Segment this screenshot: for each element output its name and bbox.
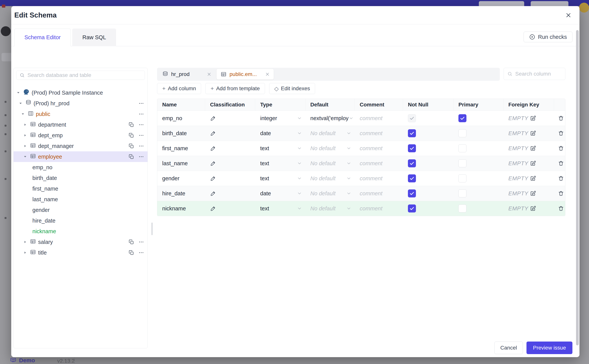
tree-column-first-name[interactable]: first_name — [13, 183, 147, 194]
more-options-icon[interactable] — [138, 239, 144, 245]
tree-column-last-name[interactable]: last_name — [13, 194, 147, 205]
tree-item-dept-emp[interactable]: dept_emp — [13, 130, 147, 141]
trash-icon[interactable] — [558, 160, 564, 166]
chevron-down-icon[interactable] — [21, 112, 25, 116]
cell-name[interactable]: emp_no — [157, 111, 205, 126]
cell-default[interactable]: No default — [305, 126, 355, 141]
not-null-checkbox[interactable] — [408, 159, 416, 167]
edit-square-icon[interactable] — [530, 115, 536, 121]
edit-square-icon[interactable] — [530, 160, 536, 166]
not-null-checkbox[interactable] — [408, 189, 416, 197]
primary-checkbox[interactable] — [458, 204, 466, 213]
copy-icon[interactable] — [128, 154, 134, 160]
cell-name[interactable]: hire_date — [157, 186, 205, 201]
cancel-button[interactable]: Cancel — [495, 342, 523, 354]
foreign-key-editor[interactable]: EMPTY — [508, 190, 536, 197]
not-null-checkbox[interactable] — [408, 144, 416, 152]
tab-schema-editor[interactable]: Schema Editor — [14, 29, 71, 46]
foreign-key-editor[interactable]: EMPTY — [508, 160, 536, 167]
chevron-right-icon[interactable] — [23, 133, 27, 137]
primary-checkbox[interactable] — [458, 189, 466, 197]
pencil-icon[interactable] — [210, 175, 216, 182]
chevron-down-icon[interactable] — [297, 176, 302, 181]
tree-item-employee[interactable]: employee — [13, 151, 147, 162]
not-null-checkbox[interactable] — [408, 204, 416, 213]
foreign-key-editor[interactable]: EMPTY — [508, 145, 536, 151]
cell-name[interactable]: last_name — [157, 156, 205, 171]
cell-comment[interactable]: comment — [355, 141, 403, 156]
not-null-checkbox[interactable] — [408, 129, 416, 137]
primary-checkbox[interactable] — [458, 159, 466, 167]
tree-column-gender[interactable]: gender — [13, 205, 147, 215]
close-icon[interactable] — [265, 72, 270, 77]
primary-checkbox[interactable] — [458, 144, 466, 152]
cell-default[interactable]: No default — [305, 171, 355, 186]
not-null-checkbox[interactable] — [408, 174, 416, 182]
tree-column-nickname[interactable]: nickname — [13, 226, 147, 237]
primary-checkbox[interactable] — [458, 114, 466, 122]
chevron-down-icon[interactable] — [349, 116, 354, 121]
cell-type[interactable]: text — [255, 201, 305, 216]
foreign-key-editor[interactable]: EMPTY — [508, 175, 536, 182]
foreign-key-editor[interactable]: EMPTY — [508, 205, 536, 212]
cell-default[interactable]: No default — [305, 186, 355, 201]
editor-tab-public-em-[interactable]: public.em... — [217, 69, 274, 80]
cell-type[interactable]: integer — [255, 111, 305, 126]
cell-comment[interactable]: comment — [355, 111, 403, 126]
trash-icon[interactable] — [558, 190, 564, 196]
primary-checkbox[interactable] — [458, 129, 466, 137]
cell-comment[interactable]: comment — [355, 126, 403, 141]
copy-icon[interactable] — [128, 132, 134, 138]
tree-item-public[interactable]: public — [13, 109, 147, 119]
trash-icon[interactable] — [558, 205, 564, 212]
more-options-icon[interactable] — [138, 111, 144, 117]
modal-scrollbar[interactable] — [576, 30, 579, 345]
edit-square-icon[interactable] — [530, 190, 536, 196]
edit-indexes-button[interactable]: ◇ Edit indexes — [269, 83, 315, 94]
trash-icon[interactable] — [558, 130, 564, 136]
pencil-icon[interactable] — [210, 130, 216, 136]
chevron-down-icon[interactable] — [16, 91, 20, 95]
close-icon[interactable] — [564, 11, 573, 20]
chevron-down-icon[interactable] — [297, 191, 302, 196]
cell-name[interactable]: nickname — [157, 201, 205, 216]
more-options-icon[interactable] — [138, 154, 144, 160]
chevron-down-icon[interactable] — [297, 116, 302, 121]
cell-name[interactable]: birth_date — [157, 126, 205, 141]
foreign-key-editor[interactable]: EMPTY — [508, 115, 536, 122]
chevron-down-icon[interactable] — [297, 161, 302, 166]
database-search-input[interactable] — [27, 72, 142, 78]
trash-icon[interactable] — [558, 115, 564, 121]
tree-item-dept-manager[interactable]: dept_manager — [13, 141, 147, 151]
tree-column-birth-date[interactable]: birth_date — [13, 173, 147, 183]
more-options-icon[interactable] — [138, 101, 144, 106]
tree-item-department[interactable]: department — [13, 119, 147, 130]
close-icon[interactable] — [207, 72, 212, 77]
tree-item--prod-hr-prod[interactable]: (Prod) hr_prod — [13, 98, 147, 109]
chevron-right-icon[interactable] — [23, 251, 27, 254]
cell-default[interactable]: No default — [305, 141, 355, 156]
column-search[interactable] — [504, 68, 565, 80]
more-options-icon[interactable] — [138, 132, 144, 138]
add-from-template-button[interactable]: + Add from template — [205, 83, 265, 94]
cell-comment[interactable]: comment — [355, 201, 403, 216]
chevron-down-icon[interactable] — [346, 146, 351, 151]
editor-tab-hr-prod[interactable]: hr_prod — [158, 69, 215, 80]
chevron-down-icon[interactable] — [297, 131, 302, 136]
cell-type[interactable]: text — [255, 171, 305, 186]
add-column-button[interactable]: + Add column — [157, 83, 201, 94]
preview-issue-button[interactable]: Preview issue — [527, 342, 572, 354]
cell-type[interactable]: text — [255, 141, 305, 156]
copy-icon[interactable] — [128, 122, 134, 128]
edit-square-icon[interactable] — [530, 145, 536, 151]
chevron-down-icon[interactable] — [346, 206, 351, 211]
cell-default[interactable]: No default — [305, 156, 355, 171]
foreign-key-editor[interactable]: EMPTY — [508, 130, 536, 136]
database-search[interactable] — [16, 71, 145, 80]
cell-default[interactable]: nextval('employ — [305, 111, 355, 126]
chevron-down-icon[interactable] — [297, 206, 302, 211]
panel-resizer-handle[interactable] — [152, 222, 153, 235]
pencil-icon[interactable] — [210, 205, 216, 212]
tree-item--prod-prod-sample-instance[interactable]: (Prod) Prod Sample Instance — [13, 87, 147, 98]
copy-icon[interactable] — [128, 143, 134, 149]
